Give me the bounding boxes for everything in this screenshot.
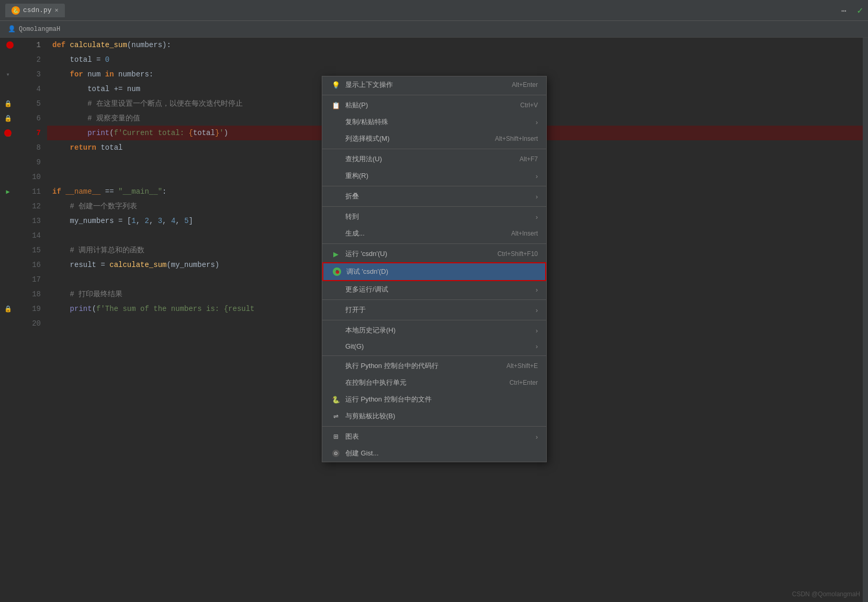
- line-num-11: 11: [16, 184, 41, 199]
- menu-item-generate[interactable]: 生成... Alt+Insert: [322, 225, 546, 242]
- separator-1: [322, 95, 546, 95]
- shortcut-run: Ctrl+Shift+F10: [498, 250, 538, 258]
- menu-item-create-gist[interactable]: ⊙ 创建 Gist...: [322, 445, 546, 462]
- menu-label-find-usage: 查找用法(U): [345, 154, 509, 164]
- line-num-13: 13: [16, 214, 41, 228]
- line-num-14: 14: [16, 228, 41, 243]
- gutter-8: [0, 140, 16, 155]
- menu-item-show-context[interactable]: 💡 显示上下文操作 Alt+Enter: [322, 76, 546, 93]
- gutter-3: ▾: [0, 67, 16, 82]
- line-num-16: 16: [16, 258, 41, 272]
- diagram-icon: ⊞: [331, 433, 341, 440]
- gutter-15: [0, 243, 16, 258]
- line-num-20: 20: [16, 316, 41, 331]
- menu-label-generate: 生成...: [345, 229, 501, 238]
- gutter-13: [0, 214, 16, 228]
- menu-item-run-python-file[interactable]: 🐍 运行 Python 控制台中的文件: [322, 391, 546, 408]
- shortcut-unit: Ctrl+Enter: [510, 379, 538, 386]
- debug-icon: 🐞: [332, 267, 342, 276]
- menu-label-compare: 与剪贴板比较(B): [345, 411, 538, 421]
- submenu-arrow-open-in: ›: [536, 306, 538, 314]
- line-num-17: 17: [16, 272, 41, 287]
- menu-item-debug[interactable]: 🐞 调试 'csdn'(D): [322, 262, 546, 281]
- title-bar: 🐍 csdn.py ✕ ⋯ ✓: [0, 0, 868, 21]
- line-num-19: 19: [16, 302, 41, 316]
- compare-icon: ⇌: [331, 413, 341, 420]
- menu-item-run[interactable]: ▶ 运行 'csdn'(U) Ctrl+Shift+F10: [322, 246, 546, 262]
- shortcut-exec: Alt+Shift+E: [506, 362, 538, 370]
- tab-close-button[interactable]: ✕: [55, 6, 59, 14]
- watermark: CSDN @QomolangmaH: [792, 590, 860, 598]
- separator-3: [322, 186, 546, 186]
- gutter-12: [0, 199, 16, 214]
- menu-item-goto[interactable]: 转到 ›: [322, 208, 546, 225]
- menu-item-refactor[interactable]: 重构(R) ›: [322, 168, 546, 184]
- line-num-10: 10: [16, 170, 41, 184]
- python-console-icon: 🐍: [331, 396, 341, 404]
- menu-item-compare-clipboard[interactable]: ⇌ 与剪贴板比较(B): [322, 408, 546, 425]
- menu-label-column-select: 列选择模式(M): [345, 134, 484, 143]
- menu-item-diagram[interactable]: ⊞ 图表 ›: [322, 428, 546, 445]
- menu-item-paste-special[interactable]: 复制/粘贴特殊 ›: [322, 114, 546, 130]
- shortcut-generate: Alt+Insert: [511, 230, 538, 237]
- separator-7: [322, 320, 546, 320]
- run-icon-11[interactable]: ▶: [6, 188, 9, 196]
- context-menu: 💡 显示上下文操作 Alt+Enter 📋 粘贴(P) Ctrl+V 复制/粘贴…: [322, 76, 547, 462]
- gutter-19: 🔒: [0, 302, 16, 316]
- user-icon: 👤: [8, 25, 16, 33]
- gutter-2: [0, 52, 16, 67]
- gutter-4: [0, 82, 16, 96]
- code-line-2: total = 0: [47, 52, 863, 67]
- menu-item-fold[interactable]: 折叠 ›: [322, 188, 546, 205]
- line-num-7: 7: [16, 126, 41, 140]
- menu-item-exec-console[interactable]: 执行 Python 控制台中的代码行 Alt+Shift+E: [322, 358, 546, 374]
- menu-item-paste[interactable]: 📋 粘贴(P) Ctrl+V: [322, 97, 546, 114]
- gutter-6: 🔒: [0, 111, 16, 126]
- menu-item-open-in[interactable]: 打开于 ›: [322, 302, 546, 318]
- shortcut-find: Alt+F7: [520, 155, 538, 163]
- menu-item-column-select[interactable]: 列选择模式(M) Alt+Shift+Insert: [322, 130, 546, 147]
- menu-item-git[interactable]: Git(G) ›: [322, 339, 546, 354]
- user-bar: 👤 QomolangmaH: [0, 21, 868, 38]
- submenu-arrow-goto: ›: [536, 213, 538, 221]
- menu-label-exec-unit: 在控制台中执行单元: [345, 378, 499, 387]
- menu-label-show-context: 显示上下文操作: [345, 80, 501, 90]
- gutter-10: [0, 170, 16, 184]
- code-line-1: def calculate_sum(numbers):: [47, 38, 863, 52]
- menu-item-local-history[interactable]: 本地历史记录(H) ›: [322, 322, 546, 339]
- line-num-18: 18: [16, 287, 41, 302]
- menu-label-goto: 转到: [345, 212, 531, 221]
- menu-label-git: Git(G): [345, 342, 531, 350]
- scrollbar[interactable]: [863, 38, 868, 602]
- separator-4: [322, 206, 546, 207]
- line-num-5: 5: [16, 96, 41, 111]
- python-icon: 🐍: [12, 6, 20, 15]
- more-options-icon[interactable]: ⋯: [841, 7, 847, 16]
- line-num-3: 3: [16, 67, 41, 82]
- title-bar-right: ⋯ ✓: [841, 5, 863, 16]
- github-icon: ⊙: [331, 450, 341, 457]
- separator-9: [322, 426, 546, 427]
- submenu-arrow-fold: ›: [536, 193, 538, 200]
- checkmark-icon: ✓: [857, 6, 863, 16]
- menu-item-find-usage[interactable]: 查找用法(U) Alt+F7: [322, 151, 546, 168]
- menu-label-local-history: 本地历史记录(H): [345, 326, 531, 335]
- line-num-1: 1: [16, 38, 41, 52]
- menu-label-run-python-file: 运行 Python 控制台中的文件: [345, 395, 538, 404]
- submenu-arrow-refactor: ›: [536, 172, 538, 180]
- gutter-16: [0, 258, 16, 272]
- username: QomolangmaH: [19, 26, 60, 33]
- line-num-4: 4: [16, 82, 41, 96]
- submenu-arrow-more-run: ›: [536, 286, 538, 294]
- menu-item-exec-unit[interactable]: 在控制台中执行单元 Ctrl+Enter: [322, 374, 546, 391]
- menu-label-more-run: 更多运行/调试: [345, 285, 531, 294]
- menu-item-more-run[interactable]: 更多运行/调试 ›: [322, 281, 546, 298]
- submenu-arrow-history: ›: [536, 327, 538, 335]
- line-num-2: 2: [16, 52, 41, 67]
- gutter-20: [0, 316, 16, 331]
- menu-label-create-gist: 创建 Gist...: [345, 449, 538, 458]
- gutter-17: [0, 272, 16, 287]
- file-tab[interactable]: 🐍 csdn.py ✕: [5, 4, 65, 17]
- shortcut-column: Alt+Shift+Insert: [495, 135, 538, 142]
- line-numbers: 1 2 3 4 5 6 7 8 9 10 11 12 13 14 15 16 1…: [16, 38, 47, 602]
